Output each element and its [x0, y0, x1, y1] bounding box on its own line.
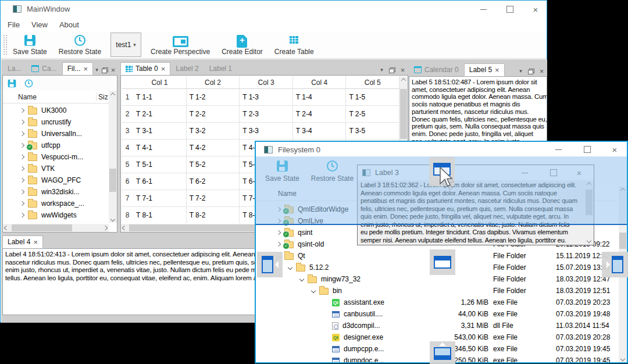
table-cell[interactable]: T 1-3: [240, 89, 293, 105]
tab-label-0[interactable]: La...: [2, 62, 26, 75]
create-editor-button[interactable]: Create Editor: [216, 31, 269, 58]
row-number[interactable]: 4: [122, 140, 133, 156]
table-cell[interactable]: T 2-2: [187, 106, 240, 122]
column-size[interactable]: Siz: [96, 93, 109, 101]
expand-chevron-icon[interactable]: [276, 230, 281, 235]
table-cell[interactable]: T 8-2: [187, 207, 240, 223]
expand-chevron-icon[interactable]: [20, 143, 24, 148]
table-cell[interactable]: T 7-1: [133, 190, 187, 206]
scroll-down-icon[interactable]: [110, 217, 115, 222]
float-panel-button[interactable]: [387, 65, 397, 75]
row-number[interactable]: 6: [122, 173, 133, 190]
col-header[interactable]: Col 3: [240, 76, 293, 88]
tree-item[interactable]: WAGO_PFC: [3, 174, 109, 186]
scroll-left-icon[interactable]: [122, 226, 127, 230]
table-cell[interactable]: T 5-2: [187, 156, 240, 173]
tab-label5[interactable]: Label 5 ×: [464, 63, 505, 76]
scroll-up-icon[interactable]: [401, 78, 406, 83]
expand-chevron-icon[interactable]: [20, 155, 24, 159]
tab-filesystem[interactable]: Fil... ×: [62, 62, 93, 75]
table-cell[interactable]: T 4-1: [133, 140, 187, 156]
scroll-right-icon[interactable]: [103, 226, 108, 230]
float-panel-button[interactable]: [101, 65, 109, 75]
scrollbar-thumb[interactable]: [400, 89, 407, 139]
scrollbar-thumb[interactable]: [109, 169, 116, 192]
minimize-button[interactable]: [473, 3, 493, 16]
tree-item[interactable]: VTK: [3, 163, 109, 174]
drop-indicator-left[interactable]: [257, 252, 283, 277]
file-row[interactable]: bin File Folder 18.03.2019 12:51: [256, 285, 618, 297]
col-header[interactable]: Col 4: [293, 76, 347, 88]
expand-chevron-icon[interactable]: [20, 190, 24, 194]
close-tab-icon[interactable]: ×: [83, 65, 88, 73]
expand-chevron-icon[interactable]: [288, 265, 292, 270]
tree-item[interactable]: uncrustify: [3, 116, 109, 128]
close-tab-icon[interactable]: ×: [161, 65, 166, 73]
main-window-titlebar[interactable]: MainWindow ×: [1, 1, 547, 17]
table-row[interactable]: 3 T 3-1 T 3-2 T 3-3 T 3-4 T 3-5: [122, 123, 399, 140]
tab-label4[interactable]: Label 4 ×: [2, 235, 43, 248]
table-cell[interactable]: T 7-2: [187, 190, 240, 206]
tab-label2[interactable]: Label 2: [170, 62, 204, 75]
table-cell[interactable]: T 1-5: [346, 89, 399, 105]
toolbar-drag-handle[interactable]: [2, 34, 7, 56]
save-state-button[interactable]: Save State: [7, 31, 53, 58]
tree-item[interactable]: utfcpp: [3, 140, 109, 151]
tree-item[interactable]: win32diski...: [3, 186, 109, 198]
row-number[interactable]: 7: [122, 190, 133, 206]
menu-view[interactable]: View: [26, 20, 53, 29]
table-cell[interactable]: T 2-1: [133, 106, 187, 122]
table-cell[interactable]: T 6-1: [133, 173, 187, 190]
table-cell[interactable]: T 6-2: [187, 173, 240, 190]
perspective-select[interactable]: test1 ▾: [110, 33, 141, 57]
create-table-button[interactable]: Create Table: [269, 31, 320, 58]
row-number[interactable]: 1: [122, 89, 133, 105]
tab-menu-button[interactable]: ▾: [516, 66, 526, 76]
menu-about[interactable]: About: [53, 20, 85, 29]
float-panel-button[interactable]: [526, 66, 536, 76]
tab-menu-button[interactable]: ▾: [377, 65, 387, 75]
left-tree-vscrollbar[interactable]: [109, 91, 117, 223]
tree-item[interactable]: UK3000: [3, 105, 109, 116]
table-cell[interactable]: T 2-5: [346, 106, 399, 122]
close-button[interactable]: ×: [526, 3, 545, 16]
close-button[interactable]: ×: [605, 143, 625, 156]
expand-chevron-icon[interactable]: [20, 166, 24, 171]
scroll-down-icon[interactable]: [587, 238, 591, 243]
restore-icon[interactable]: [25, 79, 33, 87]
left-tree-hscrollbar[interactable]: [3, 224, 109, 232]
file-row[interactable]: mingw73_32 File Folder 18.03.2019 12:47: [256, 273, 618, 285]
table-cell[interactable]: T 3-2: [187, 123, 240, 139]
expand-chevron-icon[interactable]: [20, 131, 24, 136]
scroll-up-icon[interactable]: [110, 92, 115, 97]
row-number[interactable]: 5: [122, 156, 133, 173]
table-cell[interactable]: T 4-2: [187, 140, 240, 156]
expand-chevron-icon[interactable]: [20, 120, 24, 124]
col-header[interactable]: Col 5: [346, 76, 399, 88]
table-cell[interactable]: T 3-4: [293, 123, 347, 139]
table-row[interactable]: 2 T 2-1 T 2-2 T 2-3 T 2-4 T 2-5: [122, 106, 399, 123]
drop-indicator-right[interactable]: [602, 252, 628, 277]
table-cell[interactable]: T 3-3: [240, 123, 293, 139]
minimize-button[interactable]: [548, 143, 568, 156]
tab-calendar0[interactable]: Calendar 0: [409, 63, 464, 76]
file-row[interactable]: d3dcompil... 3,31 MiB dll File 11.03.201…: [256, 320, 618, 331]
file-row[interactable]: assistant.exe 1,26 MiB exe File 07.03.20…: [256, 297, 618, 308]
col-header[interactable]: Col 2: [187, 76, 240, 88]
maximize-button[interactable]: [500, 3, 520, 16]
table-cell[interactable]: T 3-1: [133, 123, 187, 139]
expand-chevron-icon[interactable]: [311, 288, 316, 293]
table-row[interactable]: 1 T 1-1 T 1-2 T 1-3 T 1-4 T 1-5: [122, 89, 399, 106]
restore-state-button[interactable]: Restore State: [53, 31, 107, 58]
col-header[interactable]: Col 1: [133, 76, 187, 88]
tree-item[interactable]: Vespucci-m...: [3, 151, 109, 163]
column-name[interactable]: Name: [3, 93, 96, 101]
expand-chevron-icon[interactable]: [20, 213, 24, 217]
tab-table0[interactable]: Table 0 ×: [120, 62, 170, 75]
scroll-left-icon[interactable]: [4, 226, 9, 230]
expand-chevron-icon[interactable]: [20, 201, 24, 206]
row-number[interactable]: 2: [122, 106, 133, 122]
table-cell[interactable]: T 8-1: [133, 207, 187, 223]
drop-indicator-center[interactable]: [430, 249, 455, 275]
menu-file[interactable]: File: [2, 20, 26, 29]
